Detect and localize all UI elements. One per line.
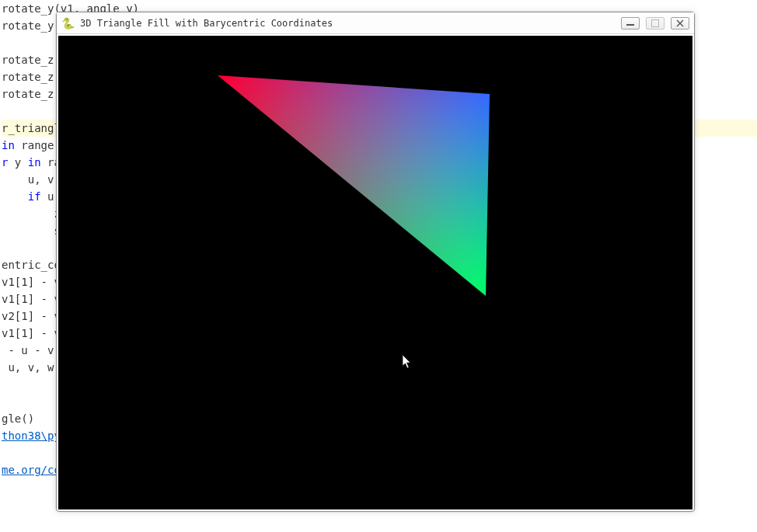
- console-line: me.org/co: [2, 464, 61, 476]
- triangle-render: [58, 36, 692, 509]
- code-line: rotate_y(: [2, 19, 61, 32]
- window-title: 3D Triangle Fill with Barycentric Coordi…: [80, 18, 621, 29]
- code-line: range(: [21, 139, 61, 151]
- window-controls: [621, 17, 689, 30]
- code-line: v1[1] - v: [2, 276, 61, 288]
- svg-rect-1: [652, 19, 659, 26]
- minimize-button[interactable]: [621, 17, 640, 30]
- console-line: gle(): [2, 412, 34, 425]
- maximize-button[interactable]: [646, 17, 665, 30]
- code-line: - u - v: [2, 344, 54, 356]
- close-icon: [676, 19, 684, 27]
- svg-rect-0: [626, 24, 634, 26]
- svg-rect-8: [58, 36, 692, 509]
- code-line: v1[1] - v: [2, 293, 61, 305]
- minimize-icon: [626, 20, 634, 26]
- maximize-icon: [651, 19, 659, 27]
- code-line: u, v, w: [2, 361, 54, 374]
- render-canvas[interactable]: [58, 36, 692, 509]
- titlebar[interactable]: 🐍 3D Triangle Fill with Barycentric Coor…: [57, 12, 694, 34]
- code-line: v1[1] - v: [2, 327, 61, 339]
- close-button[interactable]: [671, 17, 689, 30]
- code-line: entric_co: [2, 259, 61, 271]
- pygame-icon: 🐍: [61, 17, 74, 30]
- code-line: v2[1] - v: [2, 310, 61, 322]
- pygame-window: 🐍 3D Triangle Fill with Barycentric Coor…: [56, 12, 695, 512]
